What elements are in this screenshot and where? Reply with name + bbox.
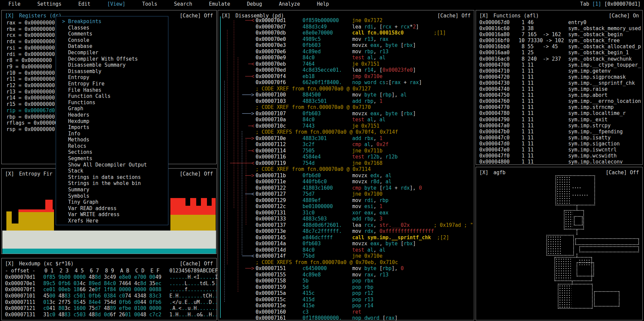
view-menu-item-sections[interactable]: Sections <box>62 149 147 155</box>
disassembly-row[interactable]: 0x000071610f1f80000000.nop dword [rax] <box>218 315 474 321</box>
disassembly-row[interactable]: 0x0000710a84c0test al, al <box>218 117 474 123</box>
close-icon[interactable]: [X] <box>479 170 488 176</box>
close-icon[interactable]: [X] <box>5 171 14 177</box>
register-row-rdi[interactable]: rdi = 0x00000000 <box>6 51 64 58</box>
menu-edit[interactable]: Edit <box>78 1 90 7</box>
register-row-r13[interactable]: r13 = 0x00000000 <box>6 89 64 95</box>
menu-file[interactable]: File <box>8 1 20 7</box>
disassembly-row[interactable]: 0x00007160c3ret <box>218 309 474 315</box>
disassembly-row[interactable]: ─<0x000071147505jne 0x711b <box>218 148 474 154</box>
disassembly-row[interactable]: 0x000071554c89e8mov rax, r13 <box>218 272 474 278</box>
view-menu-item-hexdump[interactable]: Hexdump <box>62 118 147 125</box>
disassembly-row[interactable]: 0x0000715c415dpop r13 <box>218 297 474 303</box>
disassembly-row[interactable]: 0x000071164584e4test r12b, r12b <box>218 154 474 160</box>
disassembly-row[interactable]: ───>0x00007100884500mov byte [rbp], al <box>218 92 474 98</box>
disassembly-row[interactable]: 0x000071123c2fcmp al, 0x2f <box>218 141 474 148</box>
disassembly-row[interactable]: 0x000070f6662e0f1f8400.nop word cs:[rax … <box>218 79 474 86</box>
menu-settings[interactable]: Settings <box>37 1 61 7</box>
disassembly-row[interactable]: 0x0000715e415epop r14 <box>218 303 474 309</box>
disassembly-row[interactable]: ─<0x0000710c7443je 0x7151 <box>218 123 474 129</box>
register-row-r11[interactable]: r11 = 0x00000000 <box>6 76 64 82</box>
register-row-r15[interactable]: r15 = 0x00000000 <box>6 101 64 108</box>
register-row-rbx[interactable]: rbx = 0x00000000 <box>6 26 64 33</box>
close-icon[interactable]: [X] <box>5 261 14 267</box>
view-menu-item-tiny-graph[interactable]: Tiny Graph <box>62 199 147 205</box>
register-row-r9[interactable]: r9 = 0x00000000 <box>6 64 64 70</box>
disassembly-row[interactable]: 0x000070e984c0test al, al <box>218 55 474 61</box>
disassembly-row[interactable]: 0x000071294889efmov rdi, rbp <box>218 197 474 204</box>
register-row-rsp[interactable]: rsp = 0x00000000 <box>6 126 64 133</box>
disassembly-row[interactable]: 0x0000713131c0xor eax, eax <box>218 210 474 216</box>
disassembly-row[interactable]: 0x000071585bpop rbx <box>218 278 474 284</box>
register-row-r10[interactable]: r10 = 0x00000000 <box>6 70 64 76</box>
menu-search[interactable]: Search <box>174 1 192 7</box>
cache-toggle[interactable]: [Cache] Off <box>180 13 213 19</box>
register-row-rax[interactable]: rax = 0x00000000 <box>6 20 64 26</box>
disassembly-row[interactable]: ──>0x0000710e4883c301add rbx, 1 <box>218 135 474 142</box>
disassembly-row[interactable]: 0x0000711e440fb6c0movzx r8d, al <box>218 179 474 185</box>
view-menu-item-graph[interactable]: Graph <box>62 106 147 112</box>
disassembly-row[interactable]: ──>0x0000711b0fb6d0movzx edx, al <box>218 173 474 179</box>
disassembly-row[interactable]: 0x00007137488d0d6f2601.lea rcx, str.___0… <box>218 222 474 229</box>
disassembly-row[interactable]: 0x000070e64c89edmov rbp, r13 <box>218 49 474 55</box>
disassembly-row[interactable]: 0x000071334883c503add rbp, 3 <box>218 216 474 222</box>
view-menu-item-entropy-fire[interactable]: Entropy Fire <box>62 81 147 87</box>
view-menu-item-var-write-address[interactable]: Var WRITE address <box>62 211 147 218</box>
cache-toggle[interactable]: [Cache] Off <box>606 170 639 176</box>
view-menu-item-disassembly[interactable]: Disassembly <box>62 68 147 75</box>
disassembly-row[interactable]: ───────<0x00007119754djne 0x7168 <box>218 160 474 167</box>
view-menu-item-show-all-decompiler-output[interactable]: Show All Decompiler Output <box>62 162 147 168</box>
view-menu-item-functions[interactable]: Functions <box>62 100 147 106</box>
view-menu-item-methods[interactable]: Methods <box>62 137 147 143</box>
disassembly-row[interactable]: 0x0000712241803c1600cmp byte [r14 + rdx]… <box>218 185 474 191</box>
disassembly-row[interactable]: 0x000070ed4c8d35ecce01.lea r14, [0x00023… <box>218 67 474 73</box>
disassembly-row[interactable]: 0x000070e30fb603movzx eax, byte [rbx] <box>218 42 474 49</box>
view-menu-item-imports[interactable]: Imports <box>62 124 147 131</box>
disassembly-row[interactable]: 0x0000714a0fb603movzx eax, byte [rbx] <box>218 241 474 247</box>
menu-emulate[interactable]: Emulate <box>209 1 230 7</box>
cache-toggle[interactable]: [Cache] Off <box>180 171 213 177</box>
disassembly-row[interactable]: 0x000071034883c501add rbp, 1 <box>218 98 474 105</box>
disassembly-row[interactable]: ──<0x000070d10f859b000000jne 0x7172 <box>218 17 474 24</box>
view-menu-item-strings-in-data-sections[interactable]: Strings in data sections <box>62 174 147 181</box>
disassembly-row[interactable]: ──<0x0000712775d7jne 0x7100 <box>218 191 474 197</box>
register-row-r14[interactable]: r14 = 0x00000000 <box>6 95 64 101</box>
menu-view[interactable]: [View] <box>107 1 125 7</box>
register-row-r8[interactable]: r8 = 0x00000000 <box>6 57 64 64</box>
cache-toggle[interactable]: [Cache] Off <box>180 261 213 267</box>
menu-analyze[interactable]: Analyze <box>279 1 300 7</box>
view-menu-item-stack[interactable]: Stack <box>62 168 147 174</box>
disassembly-row[interactable]: ───>0x000071070fb603movzx eax, byte [rbx… <box>218 111 474 117</box>
view-menu-item-database[interactable]: Database <box>62 43 147 50</box>
disassembly-row[interactable]: 0x00007145e846dcffffcall sym.imp.__sprin… <box>218 235 474 241</box>
disassembly-row[interactable]: 0x0000713e48c7c2ffffff.mov rdx, 0xffffff… <box>218 228 474 235</box>
close-icon[interactable]: [X] <box>5 13 14 19</box>
close-icon[interactable]: [X] <box>479 13 488 19</box>
disassembly-row[interactable]: 0x0000715a415cpop r12 <box>218 290 474 297</box>
view-menu-item-info[interactable]: Info <box>62 131 147 137</box>
view-menu-item-comments[interactable]: Comments <box>62 31 147 37</box>
view-menu-item-decompiler[interactable]: Decompiler <box>62 50 147 56</box>
view-menu-item-summary[interactable]: Summary <box>62 187 147 193</box>
view-menu-item-console[interactable]: Console <box>62 37 147 44</box>
disassembly-row[interactable]: 0x000071595dpop rbp <box>218 284 474 291</box>
disassembly-row[interactable]: ; CODE XREFS from fcn.000070a0 @ 0x70f4,… <box>218 129 474 135</box>
register-row-rcx[interactable]: rcx = 0x00000000 <box>6 32 64 39</box>
view-menu-item-symbols[interactable]: Symbols <box>62 193 147 199</box>
menu-debug[interactable]: Debug <box>247 1 262 7</box>
register-row-rflags[interactable]: rflags = 0x00000000 <box>6 120 64 126</box>
disassembly-row[interactable]: 0x0000714d84c0test al, al <box>218 247 474 253</box>
disassembly-row[interactable]: ───<0x0000714f75bdjne 0x710e <box>218 253 474 259</box>
view-menu-item-relocs[interactable]: Relocs <box>62 143 147 149</box>
disassembly-row[interactable]: 0x000070dbe8e0e70000call fcn.000158c0 ;[… <box>218 30 474 36</box>
view-menu-item-xrefs-here[interactable]: Xrefs Here <box>62 218 147 224</box>
disassembly-row[interactable]: ──<0x000070f4eb18jmp 0x710e <box>218 73 474 80</box>
disassembly-row[interactable]: ; CODE XREF from fcn.000070a0 @ 0x7114 <box>218 166 474 173</box>
view-menu-item-entropy[interactable]: Entropy <box>62 74 147 81</box>
view-menu-item-file-hashes[interactable]: File Hashes <box>62 87 147 93</box>
disassembly-row[interactable]: ──>0x00007151c6450000mov byte [rbp], 0 <box>218 265 474 272</box>
disassembly-row[interactable]: 0x000070e04989c5mov r13, rax <box>218 36 474 43</box>
disassembly-row[interactable]: ; CODE XREFS from fcn.000070a0 @ 0x70eb,… <box>218 259 474 266</box>
disassembly-row[interactable]: ; CODE XREF from fcn.000070a0 @ 0x7127 <box>218 86 474 92</box>
view-menu-item-function-calls[interactable]: Function Calls <box>62 93 147 100</box>
